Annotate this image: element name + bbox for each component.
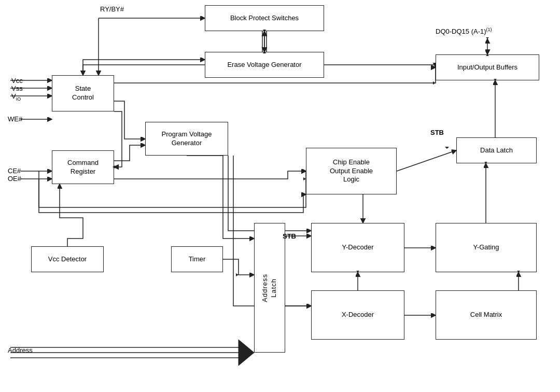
svg-marker-30 — [239, 340, 254, 366]
diagram: Block Protect Switches Erase Voltage Gen… — [0, 0, 560, 392]
oe-label: OE# — [8, 175, 21, 183]
cell-matrix-block: Cell Matrix — [436, 290, 537, 340]
vss-label: Vss — [11, 85, 23, 92]
ry-by-label: RY/BY# — [100, 5, 124, 13]
svg-marker-63 — [486, 37, 489, 39]
we-label: WE# — [8, 115, 22, 123]
data-latch-label: Data Latch — [480, 146, 513, 155]
y-decoder-label: Y-Decoder — [342, 243, 374, 252]
vcc-detector-block: Vcc Detector — [31, 246, 104, 272]
stb1-label: STB — [430, 129, 444, 136]
address-latch-label: AddressLatch — [261, 274, 278, 302]
svg-line-16 — [397, 150, 456, 171]
address-label: Address — [8, 346, 33, 354]
program-voltage-generator-block: Program VoltageGenerator — [145, 122, 228, 156]
svg-marker-34 — [49, 118, 52, 121]
command-register-block: CommandRegister — [52, 150, 114, 184]
y-gating-block: Y-Gating — [436, 223, 537, 272]
ce-label: CE# — [8, 167, 21, 175]
y-gating-label: Y-Gating — [473, 243, 499, 252]
vio-label: VIO — [11, 92, 21, 102]
program-voltage-generator-label: Program VoltageGenerator — [162, 130, 212, 148]
input-output-buffers-block: Input/Output Buffers — [436, 54, 539, 80]
command-register-label: CommandRegister — [67, 159, 99, 176]
x-decoder-block: X-Decoder — [311, 290, 404, 340]
chip-enable-logic-label: Chip EnableOutput EnableLogic — [330, 158, 373, 185]
cell-matrix-label: Cell Matrix — [470, 311, 502, 319]
data-latch-block: Data Latch — [456, 137, 537, 163]
svg-marker-55 — [58, 184, 61, 187]
timer-label: Timer — [189, 255, 206, 264]
svg-marker-42 — [433, 81, 436, 85]
erase-voltage-generator-block: Erase Voltage Generator — [205, 52, 324, 78]
block-protect-switches-block: Block Protect Switches — [205, 5, 324, 31]
svg-marker-51 — [236, 273, 239, 276]
address-latch-block: AddressLatch — [254, 223, 285, 353]
dq-label: DQ0-DQ15 (A-1)(1) — [436, 27, 492, 35]
block-protect-switches-label: Block Protect Switches — [230, 14, 299, 23]
x-decoder-label: X-Decoder — [342, 311, 374, 319]
vcc-detector-label: Vcc Detector — [48, 255, 87, 264]
y-decoder-block: Y-Decoder — [311, 223, 404, 272]
timer-block: Timer — [171, 246, 223, 272]
erase-voltage-generator-label: Erase Voltage Generator — [227, 61, 301, 69]
state-control-label: StateControl — [72, 85, 94, 102]
svg-marker-66 — [445, 147, 449, 149]
vcc-label: Vcc — [11, 77, 23, 85]
input-output-buffers-label: Input/Output Buffers — [457, 63, 517, 72]
stb2-label: STB — [283, 232, 296, 240]
state-control-block: StateControl — [52, 75, 114, 111]
chip-enable-logic-block: Chip EnableOutput EnableLogic — [306, 148, 397, 194]
